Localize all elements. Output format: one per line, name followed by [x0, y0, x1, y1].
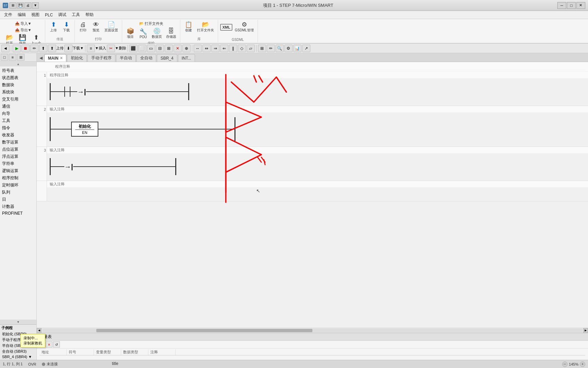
create-lib-btn[interactable]: 📋 创建	[182, 20, 195, 34]
h-scroll-left-btn[interactable]: ◀	[37, 328, 42, 333]
download-action-btn[interactable]: ⬇	[64, 45, 72, 52]
tab-semi[interactable]: 半自动	[116, 54, 136, 62]
upload-toolbar-btn[interactable]: ⬆ 上传	[47, 20, 60, 34]
zoom-increase-btn[interactable]: +	[580, 362, 585, 367]
menu-file[interactable]: 文件	[1, 11, 15, 18]
lp-item-cross-ref[interactable]: 交叉引用	[1, 96, 36, 103]
lp-item-bit-op[interactable]: 点位运算	[1, 146, 36, 153]
lp-icon-3[interactable]: ⊞	[17, 54, 24, 61]
lp-item-counter[interactable]: 计数器	[1, 203, 36, 210]
action-btn-b6[interactable]: ◇	[238, 45, 246, 52]
sub-prog-auto[interactable]: 全自动 (SBR3)	[1, 349, 35, 354]
action-btn-b4[interactable]: ⇐	[220, 45, 228, 52]
up-action-btn[interactable]: ⬆	[39, 45, 47, 52]
menu-view[interactable]: 视图	[29, 11, 42, 18]
action-btn-a6[interactable]: ✕	[174, 45, 182, 52]
action-btn-b5[interactable]: ‖	[229, 45, 237, 52]
lp-item-profinet[interactable]: PROFINET	[1, 210, 36, 216]
tab-sbr4[interactable]: SBR_4	[157, 54, 177, 62]
lp-item-date[interactable]: 日	[1, 196, 36, 203]
lp-item-string[interactable]: 字符串	[1, 160, 36, 167]
preview-btn[interactable]: 👁 预览	[90, 20, 102, 34]
action-btn-a4[interactable]: ⊟	[156, 45, 164, 52]
lp-item-timer-loop[interactable]: 定时循环	[1, 182, 36, 189]
lp-item-instr[interactable]: 指令	[1, 124, 36, 132]
tab-manual[interactable]: 手动子程序	[87, 54, 115, 62]
download-toolbar-btn[interactable]: ⬇ 下载	[60, 20, 72, 34]
insert-action-btn[interactable]: ≡	[87, 45, 95, 52]
h-scrollbar[interactable]: ◀ ▶	[37, 328, 588, 333]
action-btn-c4[interactable]: ⚙	[284, 45, 293, 52]
print-btn[interactable]: 🖨 打印	[77, 20, 89, 34]
menu-tools[interactable]: 工具	[69, 11, 83, 18]
tab-init[interactable]: 初始化	[67, 54, 87, 62]
tb-extra-btn-2[interactable]: 💾	[17, 2, 24, 9]
export-btn[interactable]: 📤 导出▼	[13, 27, 33, 33]
gsdml-mgmt-btn[interactable]: ⚙ GSDML管理	[233, 20, 256, 34]
tab-int[interactable]: INT...	[178, 54, 195, 62]
lp-scroll-down[interactable]: ▼	[0, 320, 36, 324]
bp-btn-refresh[interactable]: ↺	[53, 341, 60, 348]
lp-item-symbol-table[interactable]: 符号表	[1, 67, 36, 74]
lp-item-prog-ctrl[interactable]: 程序控制	[1, 174, 36, 182]
menu-edit[interactable]: 编辑	[15, 11, 29, 18]
pou-btn[interactable]: 🔧 POU	[137, 28, 149, 40]
edit-action-btn[interactable]: ✏	[30, 45, 38, 52]
lp-item-tools[interactable]: 工具	[1, 117, 36, 124]
open-lib-btn[interactable]: 📂 打开文件夹	[195, 20, 216, 34]
page-setup-btn[interactable]: 📄 页面设置	[103, 20, 120, 34]
ladder-scroll-area[interactable]: 程序注释 1 程序段注释	[37, 62, 588, 333]
action-btn-c2[interactable]: ✏	[267, 45, 275, 52]
minimize-btn[interactable]: ─	[557, 2, 566, 9]
collapse-panel-btn[interactable]: ◀	[1, 45, 10, 52]
lp-icon-2[interactable]: ≡	[9, 54, 16, 61]
h-scroll-right-btn[interactable]: ▶	[583, 328, 588, 333]
close-btn[interactable]: ✕	[576, 2, 585, 9]
tb-extra-btn-1[interactable]: ⊞	[10, 2, 16, 9]
lp-icon-1[interactable]: □	[1, 54, 8, 61]
lp-item-wizard[interactable]: 向导	[1, 110, 36, 117]
lp-scroll-up[interactable]: ▲	[0, 62, 36, 66]
maximize-btn[interactable]: □	[567, 2, 576, 9]
open-files-btn[interactable]: 📂 打开文件夹	[137, 20, 165, 27]
tab-main[interactable]: MAIN ✕	[44, 54, 66, 62]
delete-action-btn[interactable]: ✂	[107, 45, 115, 52]
tb-extra-btn-3[interactable]: 🖨	[24, 2, 31, 9]
menu-debug[interactable]: 调试	[55, 11, 69, 18]
lp-item-transceiver[interactable]: 收发器	[1, 132, 36, 139]
h-scroll-track[interactable]	[42, 329, 583, 332]
zoom-decrease-btn[interactable]: ─	[562, 362, 568, 367]
action-btn-b7[interactable]: ▱	[247, 45, 255, 52]
lp-item-system-block[interactable]: 系统块	[1, 89, 36, 96]
import-btn[interactable]: 📥 导入▼	[13, 20, 33, 27]
run-action-btn[interactable]: ▶	[13, 45, 21, 52]
stop-action-btn[interactable]: ⏹	[21, 45, 30, 52]
lp-item-data-block[interactable]: 数据块	[1, 81, 36, 89]
action-btn-a3[interactable]: ▭	[147, 45, 155, 52]
action-btn-c3[interactable]: 🔍	[276, 45, 284, 52]
lp-item-status-chart[interactable]: 状态图表	[1, 74, 36, 81]
lp-item-queue[interactable]: 队列	[1, 189, 36, 196]
action-btn-c5[interactable]: 📊	[293, 45, 301, 52]
action-btn-c6[interactable]: ↗	[302, 45, 310, 52]
tab-main-close[interactable]: ✕	[60, 56, 63, 60]
action-btn-c1[interactable]: ⊞	[258, 45, 266, 52]
tab-auto[interactable]: 全自动	[136, 54, 156, 62]
tab-nav-left[interactable]: ◀	[38, 54, 44, 62]
lp-item-float-op[interactable]: 浮点运算	[1, 153, 36, 160]
action-btn-b3[interactable]: ⇒	[211, 45, 219, 52]
bp-btn-delete[interactable]: ✕	[46, 341, 52, 348]
action-btn-a7[interactable]: ⊕	[182, 45, 191, 52]
menu-help[interactable]: 帮助	[83, 11, 96, 18]
upload-action-btn[interactable]: ⬆	[48, 45, 56, 52]
action-btn-a1[interactable]: ⬛	[129, 45, 137, 52]
action-btn-b2[interactable]: ⇔	[202, 45, 211, 52]
lp-item-digital-calc[interactable]: 数字运算	[1, 139, 36, 146]
action-btn-b1[interactable]: ↔	[194, 45, 202, 52]
tb-extra-btn-4[interactable]: ▼	[32, 2, 39, 9]
xml-btn[interactable]: XML	[220, 24, 232, 31]
lp-item-comm[interactable]: 通信	[1, 103, 36, 110]
data-page-btn[interactable]: 💿 数据页	[150, 27, 164, 40]
action-btn-a2[interactable]: ⬜	[138, 45, 146, 52]
storage-btn[interactable]: 🗄 存储器	[164, 27, 178, 40]
